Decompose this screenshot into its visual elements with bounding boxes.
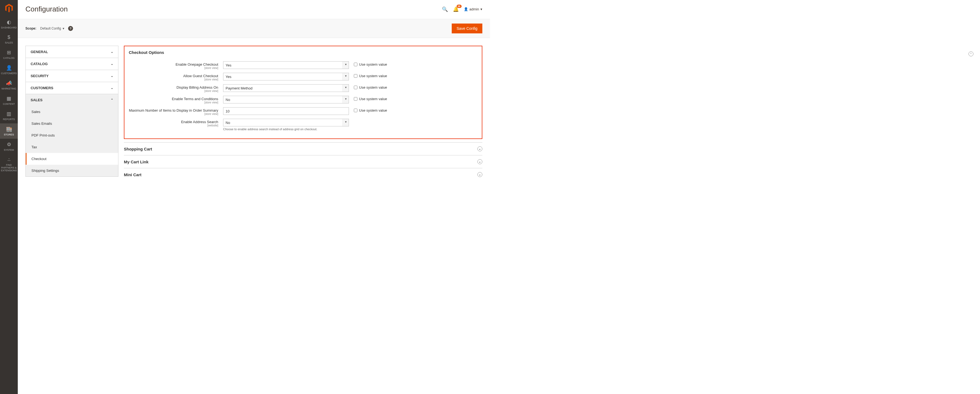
sidebar-item-marketing[interactable]: 📣MARKETING — [0, 77, 18, 93]
nav-link-shipping[interactable]: Shipping Settings — [26, 165, 118, 177]
expand-icon: ⌄ — [477, 159, 482, 164]
field-address-search: Enable Address Search[website] No Choose… — [129, 119, 477, 131]
sidebar-item-sales[interactable]: $SALES — [0, 32, 18, 47]
nav-section-security[interactable]: SECURITY⌄ — [26, 70, 118, 82]
field-terms: Enable Terms and Conditions[store view] … — [129, 96, 477, 104]
nav-link-checkout[interactable]: Checkout — [26, 153, 118, 165]
sidebar-item-partners[interactable]: ⛬FIND PARTNERS & EXTENSIONS — [0, 154, 18, 175]
expand-icon: ⌄ — [477, 147, 482, 151]
puzzle-icon: ⛬ — [6, 157, 11, 163]
settings-panel: Checkout Options ⌃ Enable Onepage Checko… — [124, 46, 482, 181]
chevron-down-icon: ▾ — [63, 27, 64, 30]
bars-icon: ▥ — [6, 111, 11, 117]
chevron-down-icon: ▾ — [480, 7, 482, 11]
expand-icon: ⌄ — [477, 172, 482, 177]
nav-section-sales[interactable]: SALES⌃ — [26, 94, 118, 106]
address-search-note: Choose to enable address search instead … — [223, 128, 349, 131]
sidebar-item-reports[interactable]: ▥REPORTS — [0, 108, 18, 123]
nav-link-sales[interactable]: Sales — [26, 106, 118, 118]
scope-select[interactable]: Default Config▾ — [40, 27, 64, 30]
scope-label: Scope: — [25, 27, 37, 30]
billing-select[interactable]: Payment Method — [223, 84, 349, 92]
gauge-icon: ◐ — [7, 19, 11, 25]
page-title: Configuration — [25, 5, 68, 13]
collapse-icon[interactable]: ⌃ — [969, 51, 974, 56]
config-nav: GENERAL⌄ CATALOG⌄ SECURITY⌄ CUSTOMERS⌄ S… — [25, 46, 118, 177]
use-system-guest[interactable]: Use system value — [354, 73, 387, 78]
section-mini-cart[interactable]: Mini Cart⌄ — [124, 168, 482, 181]
notification-badge: 38 — [457, 5, 461, 8]
nav-section-catalog[interactable]: CATALOG⌄ — [26, 58, 118, 70]
help-icon[interactable]: ? — [68, 26, 73, 31]
field-billing: Display Billing Address On[store view] P… — [129, 84, 477, 93]
sidebar-item-catalog[interactable]: ⊞CATALOG — [0, 47, 18, 62]
field-onepage: Enable Onepage Checkout[store view] Yes … — [129, 61, 477, 70]
nav-link-sales-emails[interactable]: Sales Emails — [26, 118, 118, 129]
guest-select[interactable]: Yes — [223, 73, 349, 80]
checkout-options-panel: Checkout Options ⌃ Enable Onepage Checko… — [124, 46, 482, 139]
sidebar-item-system[interactable]: ⚙SYSTEM — [0, 139, 18, 154]
topbar: Configuration 🔍 🔔38 👤admin▾ — [18, 0, 490, 13]
use-system-billing[interactable]: Use system value — [354, 84, 387, 89]
save-config-button[interactable]: Save Config — [452, 24, 482, 33]
terms-select[interactable]: No — [223, 96, 349, 104]
gear-icon: ⚙ — [7, 142, 11, 147]
tag-icon: ⊞ — [7, 49, 11, 56]
section-shopping-cart[interactable]: Shopping Cart⌄ — [124, 142, 482, 155]
nav-link-tax[interactable]: Tax — [26, 141, 118, 153]
sidebar-item-stores[interactable]: 🏬STORES — [0, 123, 18, 139]
use-system-max-items[interactable]: Use system value — [354, 107, 387, 112]
use-system-onepage[interactable]: Use system value — [354, 61, 387, 67]
user-icon: 👤 — [464, 7, 468, 11]
sidebar-item-customers[interactable]: 👤CUSTOMERS — [0, 62, 18, 77]
section-cart-link[interactable]: My Cart Link⌄ — [124, 155, 482, 168]
address-search-select[interactable]: No — [223, 119, 349, 126]
notifications-icon[interactable]: 🔔38 — [453, 6, 459, 12]
max-items-input[interactable] — [223, 107, 349, 115]
field-max-items: Maximum Number of Items to Display in Or… — [129, 107, 477, 115]
megaphone-icon: 📣 — [6, 80, 12, 86]
sidebar-item-content[interactable]: ▦CONTENT — [0, 93, 18, 108]
nav-section-customers[interactable]: CUSTOMERS⌄ — [26, 82, 118, 94]
nav-section-general[interactable]: GENERAL⌄ — [26, 46, 118, 58]
chevron-up-icon: ⌃ — [111, 98, 113, 102]
use-system-terms[interactable]: Use system value — [354, 96, 387, 101]
user-menu[interactable]: 👤admin▾ — [464, 7, 482, 11]
search-icon[interactable]: 🔍 — [442, 6, 448, 12]
scope-bar: Scope: Default Config▾ ? Save Config — [18, 19, 490, 38]
sidebar-item-dashboard[interactable]: ◐DASHBOARD — [0, 16, 18, 32]
chevron-down-icon: ⌄ — [111, 74, 113, 78]
admin-sidebar: ◐DASHBOARD $SALES ⊞CATALOG 👤CUSTOMERS 📣M… — [0, 0, 18, 188]
chevron-down-icon: ⌄ — [111, 62, 113, 65]
checkout-options-header[interactable]: Checkout Options — [129, 48, 477, 59]
field-guest: Allow Guest Checkout[store view] Yes Use… — [129, 73, 477, 81]
onepage-select[interactable]: Yes — [223, 61, 349, 69]
nav-link-pdf[interactable]: PDF Print-outs — [26, 129, 118, 141]
person-icon: 👤 — [6, 65, 12, 71]
store-icon: 🏬 — [6, 126, 12, 132]
chevron-down-icon: ⌄ — [111, 86, 113, 90]
dollar-icon: $ — [7, 35, 10, 40]
magento-logo-icon[interactable] — [0, 0, 18, 16]
chevron-down-icon: ⌄ — [111, 50, 113, 54]
layout-icon: ▦ — [6, 96, 11, 102]
